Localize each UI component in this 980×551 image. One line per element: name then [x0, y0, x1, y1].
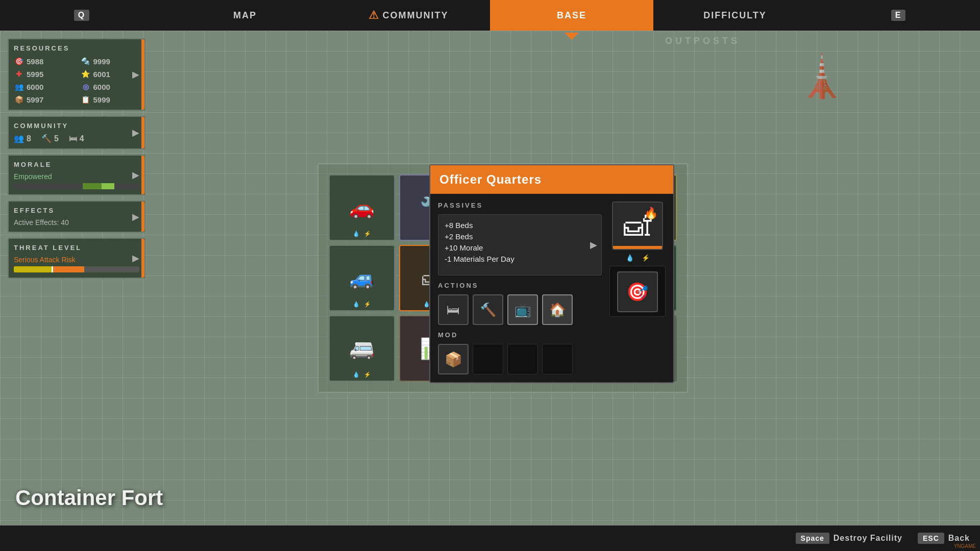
action-btn-monitor[interactable]: 📺 [507, 294, 538, 325]
passive-item-1: +2 Beds [445, 232, 595, 241]
popup-title: Officer Quarters [430, 165, 673, 194]
action-btn-home[interactable]: 🏠 [542, 294, 573, 325]
resource-value-3: 6001 [93, 70, 110, 79]
community-alert-icon: ⚠ [369, 9, 380, 22]
action-btn-build[interactable]: 🔨 [473, 294, 503, 325]
morale-bar [14, 183, 139, 189]
mod-empty-0[interactable] [473, 344, 503, 374]
e-key: E [891, 10, 906, 21]
panel-accent-border-2 [141, 117, 144, 148]
morale-seg-green [83, 183, 102, 189]
facility-img-water: 💧 [626, 254, 634, 262]
effects-label: Active Effects: 40 [14, 218, 139, 227]
mod-row: 📦 [438, 344, 602, 374]
mod-card-0[interactable]: 📦 [438, 344, 469, 374]
passives-box: +8 Beds +2 Beds +10 Morale -1 Materials … [438, 214, 602, 276]
resource-item-3: ⭐ 6001 [81, 69, 140, 79]
community-stats-row: 👥 8 🔨 5 🛏 4 [14, 134, 139, 143]
base-label: Base [557, 10, 586, 21]
effects-panel: EFFECTS Active Effects: 40 ▶ [8, 201, 145, 233]
effects-expand-arrow[interactable]: ▶ [132, 211, 139, 222]
facility-img-health-bar [613, 246, 662, 249]
resource-icon-7: 📋 [81, 94, 91, 105]
resource-icon-1: 🔩 [81, 56, 91, 66]
resources-expand-arrow[interactable]: ▶ [132, 69, 139, 80]
resource-item-7: 📋 5999 [81, 94, 140, 105]
nav-e-button[interactable]: E [817, 0, 980, 31]
top-navigation: Q Map ⚠ Community Base Difficulty E [0, 0, 980, 31]
nav-difficulty[interactable]: Difficulty [653, 0, 817, 31]
beds-value: 4 [80, 134, 84, 143]
threat-seg-dark [84, 266, 139, 272]
resource-item-1: 🔩 9999 [81, 56, 140, 66]
destroy-facility-action[interactable]: Space Destroy Facility [796, 533, 902, 544]
threat-bar [14, 266, 139, 272]
facility-card-r3-0[interactable]: 🚐 💧 ⚡ [329, 315, 395, 382]
popup-right-section: 🛋 🔥 💧 ⚡ 🎯 [609, 202, 666, 374]
bottom-bar: Space Destroy Facility ESC Back YNGAME [0, 525, 980, 551]
facility-card-0[interactable]: 🚗 💧 ⚡ [329, 174, 395, 241]
workers-value: 5 [54, 134, 59, 143]
outposts-label: OUTPOSTS [665, 36, 740, 46]
resource-item-0: 🎯 5988 [14, 56, 73, 66]
nav-q-button[interactable]: Q [0, 0, 163, 31]
threat-status: Serious Attack Risk [14, 256, 139, 264]
main-content: RESOURCES 🎯 5988 🔩 9999 ✚ 5995 ⭐ 6001 [0, 31, 980, 525]
tower-icon: 🗼 [796, 56, 847, 97]
survivors-value: 8 [27, 134, 31, 143]
popup-body: PASSIVES +8 Beds +2 Beds +10 Morale -1 M… [430, 194, 673, 382]
morale-seg-empty [114, 183, 139, 189]
effects-title: EFFECTS [14, 207, 139, 214]
nav-map[interactable]: Map [163, 0, 327, 31]
facility-preview-image: 🛋 🔥 [612, 202, 663, 250]
facility-img-power: ⚡ [642, 254, 650, 262]
resource-icon-3: ⭐ [81, 69, 91, 79]
back-label: Back [948, 534, 970, 543]
resource-icon-6: 📦 [14, 94, 24, 105]
yngame-logo: YNGAME [954, 543, 976, 549]
nav-community[interactable]: ⚠ Community [327, 0, 490, 31]
action-btn-sleep[interactable]: 🛏 [438, 294, 469, 325]
survivors-count: 👥 8 [14, 134, 31, 143]
community-label: Community [383, 10, 449, 21]
resource-item-2: ✚ 5995 [14, 69, 73, 79]
morale-expand-arrow[interactable]: ▶ [132, 169, 139, 181]
resources-title: RESOURCES [14, 44, 139, 52]
back-action[interactable]: ESC Back [918, 533, 970, 544]
actions-section: ACTIONS 🛏 🔨 📺 🏠 [438, 282, 602, 325]
beds-icon: 🛏 [69, 134, 77, 143]
beds-count: 🛏 4 [69, 134, 84, 143]
resource-icon-4: 👥 [14, 82, 24, 92]
officer-quarters-popup: Officer Quarters PASSIVES +8 Beds +2 Bed… [429, 164, 674, 383]
facility-card-r2-0[interactable]: 🚙 💧 ⚡ [329, 245, 395, 311]
resource-value-2: 5995 [27, 70, 43, 79]
resource-value-5: 6000 [93, 83, 110, 91]
resource-item-6: 📦 5997 [14, 94, 73, 105]
panel-accent-border-3 [141, 156, 144, 194]
passive-item-0: +8 Beds [445, 221, 595, 230]
threat-seg-yellow [14, 266, 52, 272]
panel-accent-border-5 [141, 239, 144, 278]
actions-title: ACTIONS [438, 282, 602, 289]
panel-accent-border-4 [141, 202, 144, 232]
resource-icon-0: 🎯 [14, 56, 24, 66]
resource-icon-5: ◎ [81, 82, 91, 92]
resource-value-7: 5999 [93, 95, 110, 104]
nav-arrow [565, 33, 579, 40]
facility-image-resources: 💧 ⚡ [626, 254, 650, 262]
tower-structure: 🗼 [796, 56, 847, 97]
threat-expand-arrow[interactable]: ▶ [132, 253, 139, 264]
resource-value-1: 9999 [93, 57, 110, 66]
community-expand-arrow[interactable]: ▶ [132, 127, 139, 138]
mod-empty-2[interactable] [542, 344, 573, 374]
mod-empty-1[interactable] [507, 344, 538, 374]
resources-panel: RESOURCES 🎯 5988 🔩 9999 ✚ 5995 ⭐ 6001 [8, 38, 145, 111]
facility-dark-icon: 🎯 [617, 271, 658, 312]
survivors-icon: 👥 [14, 134, 24, 143]
facility-water-0: 💧 [353, 231, 360, 237]
facility-extra-area: 🎯 [609, 266, 666, 317]
passive-item-3: -1 Materials Per Day [445, 255, 595, 263]
nav-base[interactable]: Base [490, 0, 653, 31]
threat-title: THREAT LEVEL [14, 244, 139, 252]
passives-expand-arrow[interactable]: ▶ [590, 239, 597, 251]
